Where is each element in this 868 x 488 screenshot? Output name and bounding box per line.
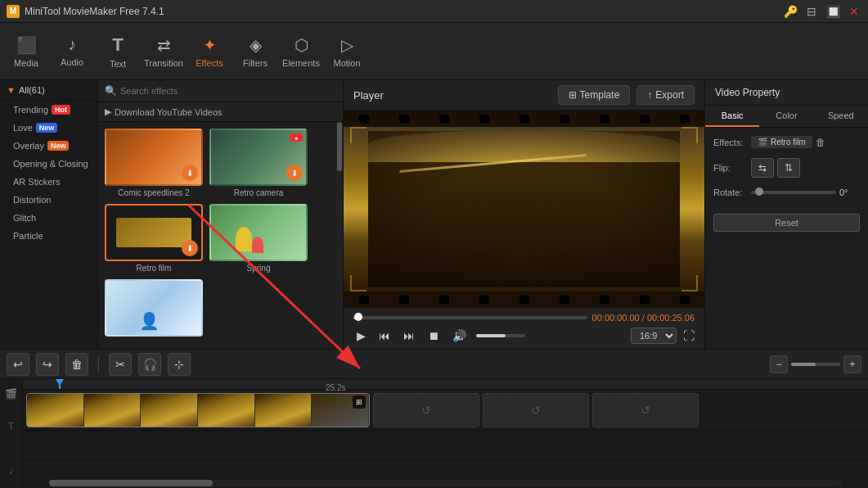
export-button[interactable]: ↑ Export [636, 85, 695, 105]
app-icon-letter: M [10, 7, 16, 16]
effects-scroll-thumb [337, 122, 342, 171]
empty-clip-2[interactable]: ↺ [483, 393, 589, 427]
playhead-triangle [56, 379, 64, 386]
audio-detach-button[interactable]: 🎧 [138, 353, 161, 376]
empty-clip-3[interactable]: ↺ [592, 393, 699, 427]
sidebar-all-label: All(61) [19, 85, 45, 95]
main-toolbar: ⬛ Media ♪ Audio T Text ⇄ Transition ✦ Ef… [0, 23, 868, 80]
download-label: Download YouTube Videos [115, 107, 223, 117]
tab-speed-label: Speed [828, 111, 854, 120]
restore-button[interactable]: 🔲 [825, 4, 840, 19]
search-input[interactable] [120, 86, 336, 96]
glitch-label: Glitch [13, 213, 36, 223]
love-badge: New [36, 123, 58, 133]
tool-audio[interactable]: ♪ Audio [49, 27, 95, 76]
tab-basic[interactable]: Basic [705, 106, 759, 127]
tool-motion[interactable]: ▷ Motion [324, 27, 370, 76]
effect-retro-camera[interactable]: ● ⬇ Retro camera [209, 129, 308, 197]
player-control-row: ▶ ⏮ ⏭ ⏹ 🔊 16:9 9:16 1:1 ⛶ [353, 328, 695, 344]
sidebar-item-distortion[interactable]: Distortion [0, 191, 97, 209]
toolbar-divider [98, 356, 99, 373]
effect-snow[interactable]: 👤 [105, 279, 203, 339]
cut-button[interactable]: ✂ [109, 353, 132, 376]
effect-selected-indicator: ⬇ [182, 240, 198, 256]
zoom-slider[interactable] [791, 363, 840, 366]
delete-button[interactable]: 🗑 [65, 353, 88, 376]
app-title: MiniTool MovieMaker Free 7.4.1 [25, 6, 164, 17]
video-track-icon: 🎬 [3, 386, 20, 402]
sidebar-item-love[interactable]: Love New [0, 119, 97, 137]
film-hole-b [519, 296, 529, 304]
video-clip[interactable]: ⊞ [26, 393, 370, 427]
horizontal-scrollbar[interactable] [49, 480, 842, 486]
undo-button[interactable]: ↩ [7, 353, 29, 376]
minimize-button[interactable]: 🔑 [783, 4, 798, 19]
tab-speed[interactable]: Speed [814, 106, 868, 127]
fullscreen-button[interactable]: ⛶ [683, 329, 695, 342]
crop-button[interactable]: ⊹ [168, 353, 191, 376]
tool-elements[interactable]: ⬡ Elements [278, 27, 324, 76]
effect-label-retrofilm: Retro film [137, 264, 172, 273]
effects-scrollbar[interactable] [336, 122, 343, 349]
sidebar-item-particle[interactable]: Particle [0, 227, 97, 245]
redo-button[interactable]: ↪ [36, 353, 59, 376]
flip-vertical-button[interactable]: ⇅ [777, 158, 800, 178]
sidebar-item-ar-stickers[interactable]: AR Stickers [0, 173, 97, 191]
film-border-bottom [344, 291, 704, 308]
flip-horizontal-button[interactable]: ⇆ [751, 158, 774, 178]
reset-label: Reset [775, 218, 798, 228]
effect-comic-speedlines[interactable]: ⬇ Comic speedlines 2 [105, 129, 203, 197]
next-frame-button[interactable]: ⏭ [400, 328, 418, 344]
tab-color[interactable]: Color [759, 106, 813, 127]
aspect-ratio-select[interactable]: 16:9 9:16 1:1 [631, 328, 677, 344]
remove-effect-button[interactable]: 🗑 [816, 137, 825, 148]
volume-slider[interactable] [476, 334, 525, 337]
effect-retro-film[interactable]: ⬇ Retro film [105, 204, 203, 273]
tab-basic-label: Basic [722, 111, 744, 120]
rotate-slider[interactable] [751, 191, 836, 194]
tool-filters[interactable]: ◈ Filters [232, 27, 278, 76]
sidebar-item-overlay[interactable]: Overlay New [0, 137, 97, 155]
empty-clip-1[interactable]: ↺ [373, 393, 479, 427]
tool-transition-label: Transition [144, 58, 183, 68]
reset-button[interactable]: Reset [713, 214, 860, 232]
play-button[interactable]: ▶ [353, 328, 369, 344]
download-retrocam-btn[interactable]: ⬇ [286, 165, 303, 181]
tile-button[interactable]: ⊟ [804, 4, 819, 19]
tool-text[interactable]: T Text [95, 27, 141, 76]
sidebar-item-glitch[interactable]: Glitch [0, 209, 97, 227]
download-icon: ▶ [105, 106, 111, 117]
timeline-content[interactable]: 25.2s ⊞ ↺ [23, 379, 868, 488]
zoom-out-button[interactable]: − [770, 355, 788, 373]
playhead[interactable] [59, 379, 61, 389]
clip-frame-2 [84, 394, 142, 427]
flip-controls: ⇆ ⇅ [751, 158, 800, 178]
rotate-property-label: Rotate: [713, 188, 746, 197]
template-button[interactable]: ⊞ Template [558, 85, 631, 105]
video-preview [344, 111, 704, 308]
effect-label-spring: Spring [247, 264, 271, 273]
tool-transition[interactable]: ⇄ Transition [141, 27, 187, 76]
filters-icon: ◈ [250, 35, 262, 55]
download-bar[interactable]: ▶ Download YouTube Videos [98, 102, 343, 122]
tool-effects[interactable]: ✦ Effects [187, 27, 232, 76]
title-bar: M MiniTool MovieMaker Free 7.4.1 🔑 ⊟ 🔲 ✕ [0, 0, 868, 23]
right-panel: Video Property Basic Color Speed Effects… [704, 80, 868, 349]
left-panel: ▼ All(61) Trending Hot Love New Overlay … [0, 80, 344, 349]
stop-button[interactable]: ⏹ [425, 328, 443, 344]
flip-property-value: ⇆ ⇅ [751, 158, 860, 178]
zoom-in-button[interactable]: + [843, 355, 861, 373]
effect-spring[interactable]: Spring [209, 204, 308, 273]
sidebar-item-opening[interactable]: Opening & Closing [0, 155, 97, 173]
film-hole-b [600, 296, 609, 304]
effect-thumb-retrocam: ● ⬇ [209, 129, 308, 186]
time-progress-bar[interactable] [353, 316, 587, 319]
tool-media[interactable]: ⬛ Media [3, 27, 49, 76]
player-title: Player [353, 89, 551, 102]
volume-button[interactable]: 🔊 [449, 328, 470, 344]
download-comic-btn[interactable]: ⬇ [182, 165, 198, 181]
sidebar-item-trending[interactable]: Trending Hot [0, 101, 97, 119]
prev-frame-button[interactable]: ⏮ [376, 328, 394, 344]
close-button[interactable]: ✕ [847, 4, 861, 19]
film-hole-b [680, 296, 690, 304]
